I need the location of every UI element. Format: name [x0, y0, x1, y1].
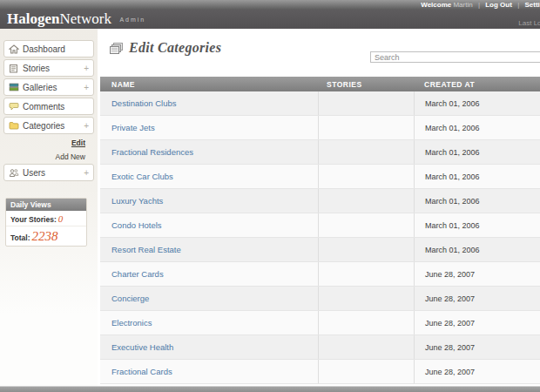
sidebar-subitem-edit[interactable]: Edit [3, 136, 94, 150]
cell-created-at: June 28, 2007 [414, 311, 540, 335]
category-link[interactable]: Fractional Residences [111, 147, 193, 157]
daily-views-value: 2238 [32, 229, 58, 243]
folder-icon [9, 121, 20, 131]
category-link[interactable]: Fractional Cards [111, 367, 172, 376]
category-link[interactable]: Luxury Yachts [111, 196, 163, 206]
cell-name: Fractional Residences [100, 140, 318, 164]
category-link[interactable]: Private Jets [111, 123, 155, 132]
cell-created-at: March 01, 2006 [414, 91, 540, 115]
cell-created-at: March 01, 2006 [414, 213, 540, 237]
daily-views-rows: Your Stories:0Total:2238 [6, 211, 86, 246]
sidebar-item-categories[interactable]: Categories+ [3, 117, 94, 134]
category-link[interactable]: Charter Cards [111, 269, 164, 279]
cell-created-at: March 01, 2006 [414, 189, 540, 213]
plus-icon[interactable]: + [84, 64, 89, 73]
logout-link[interactable]: Log Out [485, 1, 512, 9]
category-link[interactable]: Electronics [111, 318, 152, 328]
sidebar-item-label: Dashboard [23, 44, 89, 54]
daily-views-row: Total:2238 [6, 226, 86, 246]
settings-link[interactable]: Settings [524, 1, 540, 9]
cell-stories [318, 238, 414, 261]
sidebar-subitem-add-new[interactable]: Add New [3, 150, 94, 164]
footer-bar [0, 386, 540, 392]
table-row: Luxury YachtsMarch 01, 2006 [100, 189, 540, 213]
page-title: Edit Categories [129, 40, 221, 56]
cell-stories [318, 311, 414, 335]
brand-name-bold: Halogen [7, 10, 59, 27]
cell-stories [318, 360, 414, 383]
utility-nav: Welcome Martin | Log Out | Settings [421, 0, 540, 10]
cell-name: Luxury Yachts [100, 189, 318, 213]
app-header: HalogenNetwork Admin Last Log [0, 10, 540, 29]
gallery-icon [9, 83, 20, 92]
table-row: Exotic Car ClubsMarch 01, 2006 [100, 165, 540, 189]
home-icon [9, 44, 20, 54]
cell-name: Concierge [100, 287, 318, 310]
daily-views-title: Daily Views [6, 199, 86, 211]
cell-stories [318, 165, 414, 188]
table-row: Destination ClubsMarch 01, 2006 [100, 91, 540, 116]
daily-views-panel: Daily Views Your Stories:0Total:2238 [5, 198, 87, 247]
cell-created-at: March 01, 2006 [414, 140, 540, 164]
table-header-row: NAMESTORIESCREATED AT [100, 77, 540, 91]
utility-bar: Welcome Martin | Log Out | Settings [0, 0, 540, 10]
cell-name: Exotic Car Clubs [100, 165, 318, 188]
brand-logo[interactable]: HalogenNetwork Admin [7, 10, 145, 28]
sidebar-item-users[interactable]: Users+ [3, 164, 94, 181]
category-link[interactable]: Condo Hotels [111, 220, 162, 230]
cell-created-at: June 28, 2007 [414, 287, 540, 310]
sidebar-item-stories[interactable]: Stories+ [3, 59, 94, 77]
plus-icon[interactable]: + [84, 83, 89, 92]
search-input[interactable] [370, 51, 540, 63]
cell-stories [318, 213, 414, 237]
sidebar-item-dashboard[interactable]: Dashboard [3, 40, 94, 57]
plus-icon[interactable]: + [84, 121, 89, 131]
category-link[interactable]: Concierge [111, 294, 149, 303]
welcome-prefix: Welcome [421, 1, 451, 9]
column-header-name: NAME [100, 80, 318, 89]
category-link[interactable]: Executive Health [111, 342, 173, 352]
sidebar-item-galleries[interactable]: Galleries+ [3, 78, 94, 96]
cell-stories [318, 91, 414, 115]
sidebar-item-label: Galleries [23, 83, 84, 92]
cell-created-at: June 28, 2007 [414, 335, 540, 359]
sidebar-item-label: Stories [23, 64, 84, 73]
table-body: Destination ClubsMarch 01, 2006Private J… [100, 91, 540, 384]
table-row: ConciergeJune 28, 2007 [100, 287, 540, 311]
sidebar-item-label: Categories [23, 121, 84, 131]
category-link[interactable]: Exotic Car Clubs [111, 172, 173, 181]
table-row: Executive HealthJune 28, 2007 [100, 335, 540, 360]
brand-name-regular: Network [59, 10, 111, 27]
daily-views-value: 0 [58, 213, 64, 224]
daily-views-row: Your Stories:0 [6, 211, 86, 226]
cell-name: Fractional Cards [100, 360, 318, 383]
sidebar-item-comments[interactable]: Comments [3, 98, 94, 115]
cell-name: Resort Real Estate [100, 238, 318, 261]
users-icon [9, 168, 20, 178]
comment-icon [9, 102, 20, 112]
username-text: Martin [453, 1, 472, 9]
table-row: Fractional CardsJune 28, 2007 [100, 360, 540, 384]
divider: | [478, 1, 480, 9]
plus-icon[interactable]: + [84, 168, 89, 178]
brand-suffix: Admin [119, 17, 145, 23]
cell-name: Charter Cards [100, 262, 318, 286]
cell-stories [318, 287, 414, 310]
admin-page: Welcome Martin | Log Out | Settings Halo… [0, 0, 540, 392]
cell-name: Electronics [100, 311, 318, 335]
category-link[interactable]: Resort Real Estate [111, 245, 181, 254]
categories-table: NAMESTORIESCREATED AT Destination ClubsM… [100, 77, 540, 384]
sidebar-subitem-label: Edit [71, 139, 85, 147]
cell-name: Destination Clubs [100, 91, 318, 115]
cell-created-at: March 01, 2006 [414, 238, 540, 261]
main-content: Edit Categories NAMESTORIESCREATED AT De… [98, 29, 540, 386]
last-login-text: Last Log [518, 19, 540, 27]
page-title-row: Edit Categories [109, 40, 221, 56]
cell-stories [318, 262, 414, 286]
category-link[interactable]: Destination Clubs [111, 98, 176, 108]
table-row: Private JetsMarch 01, 2006 [100, 116, 540, 140]
column-header-stories: STORIES [318, 80, 414, 89]
daily-views-label: Total: [10, 233, 30, 242]
welcome-text: Welcome Martin [421, 1, 472, 9]
cell-created-at: March 01, 2006 [414, 165, 540, 188]
